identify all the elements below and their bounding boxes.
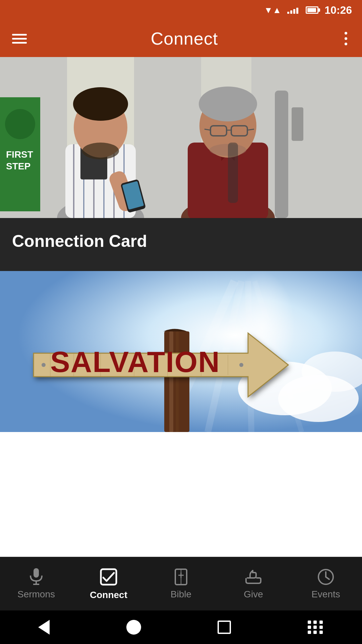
salvation-card-image: SALVATION	[0, 271, 362, 432]
page-title: Connect	[151, 29, 218, 49]
svg-point-26	[199, 87, 257, 121]
nav-label-bible: Bible	[171, 589, 191, 600]
svg-rect-0	[0, 57, 362, 218]
back-button[interactable]	[38, 620, 50, 635]
content-area: FIRST STEP	[0, 57, 362, 557]
mic-icon	[27, 568, 45, 586]
svg-point-18	[82, 143, 119, 159]
nav-item-connect[interactable]: Connect	[72, 557, 145, 610]
home-button[interactable]	[126, 620, 141, 635]
bottom-nav: Sermons Connect Bible	[0, 557, 362, 610]
battery-icon	[306, 6, 318, 14]
svg-rect-34	[275, 91, 288, 218]
recents-button[interactable]	[218, 621, 231, 634]
nav-label-events: Events	[311, 589, 340, 600]
nav-label-sermons: Sermons	[17, 589, 55, 600]
status-time: 10:26	[324, 4, 352, 16]
svg-point-61	[239, 363, 243, 367]
nav-item-give[interactable]: Give	[217, 557, 290, 610]
svg-text:STEP: STEP	[6, 161, 31, 171]
nav-label-connect: Connect	[90, 590, 127, 600]
wifi-icon: ▼▲	[264, 5, 281, 15]
status-bar: ▼▲ 10:26	[0, 0, 362, 20]
menu-button[interactable]	[12, 32, 27, 46]
svg-point-17	[73, 87, 128, 121]
nav-item-bible[interactable]: Bible	[145, 557, 217, 610]
nav-item-events[interactable]: Events	[290, 557, 362, 610]
connection-card-label: Connection Card	[0, 218, 362, 271]
nav-label-give: Give	[244, 589, 263, 600]
bible-icon	[172, 568, 190, 586]
salvation-card[interactable]: SALVATION	[0, 271, 362, 432]
checkbox-icon	[99, 568, 118, 586]
svg-rect-35	[292, 107, 303, 141]
connection-card[interactable]: FIRST STEP	[0, 57, 362, 271]
svg-rect-33	[228, 143, 238, 203]
clock-icon	[317, 568, 335, 586]
keyboard-button[interactable]	[308, 621, 324, 634]
connection-card-image: FIRST STEP	[0, 57, 362, 218]
top-app-bar: Connect	[0, 20, 362, 57]
more-options-button[interactable]	[342, 29, 350, 48]
android-nav-bar	[0, 610, 362, 644]
svg-line-72	[326, 577, 329, 579]
svg-text:FIRST: FIRST	[6, 149, 33, 160]
svg-text:SALVATION: SALVATION	[50, 345, 220, 378]
signal-icon	[287, 6, 298, 14]
svg-point-60	[42, 363, 46, 367]
nav-item-sermons[interactable]: Sermons	[0, 557, 72, 610]
give-icon	[245, 568, 262, 586]
svg-point-4	[5, 109, 35, 139]
svg-rect-62	[34, 568, 39, 578]
